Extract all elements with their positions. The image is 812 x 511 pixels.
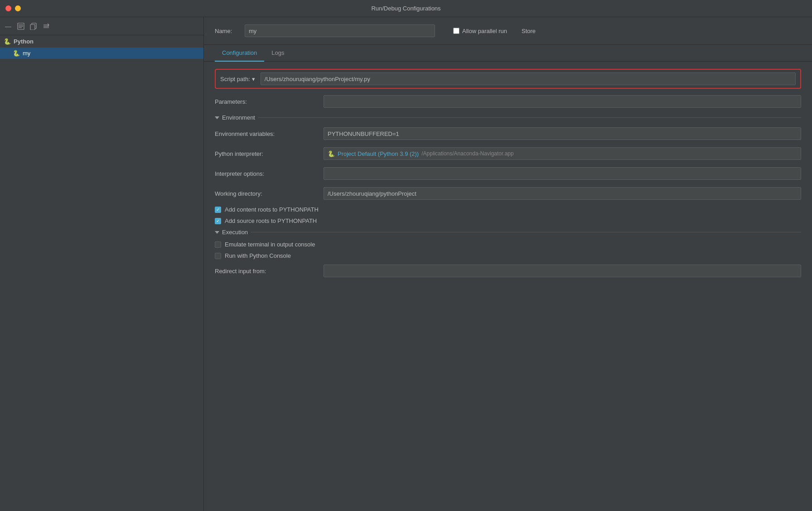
run-python-console-label: Run with Python Console xyxy=(225,252,291,259)
sort-icon[interactable] xyxy=(42,22,51,31)
sidebar: — xyxy=(0,17,204,511)
environment-chevron-icon xyxy=(215,116,219,119)
redirect-input-row: Redirect input from: xyxy=(215,264,801,278)
my-python-icon: 🐍 xyxy=(13,50,20,57)
script-path-input[interactable] xyxy=(261,72,796,85)
collapse-icon[interactable]: — xyxy=(4,22,13,31)
execution-chevron-icon xyxy=(215,231,219,234)
python-interpreter-label: Python interpreter: xyxy=(215,150,324,157)
emulate-terminal-checkbox[interactable] xyxy=(215,241,221,248)
add-content-roots-label: Add content roots to PYTHONPATH xyxy=(225,206,319,213)
config-panel: Name: Allow parallel run Store Configura… xyxy=(204,17,812,511)
tab-logs[interactable]: Logs xyxy=(264,45,291,62)
title-bar: Run/Debug Configurations xyxy=(0,0,812,17)
python-section-header[interactable]: 🐍 Python xyxy=(0,35,203,48)
window-controls[interactable] xyxy=(5,5,21,11)
script-path-dropdown[interactable]: ▾ xyxy=(252,76,255,82)
main-container: — xyxy=(0,17,812,511)
script-path-label: Script path: xyxy=(220,76,250,82)
config-tabs: Configuration Logs xyxy=(204,45,812,62)
emulate-terminal-label: Emulate terminal in output console xyxy=(225,241,315,248)
add-source-roots-label: Add source roots to PYTHONPATH xyxy=(225,217,317,224)
run-python-console-row: Run with Python Console xyxy=(215,252,801,259)
copy-icon[interactable] xyxy=(29,22,38,31)
interpreter-python-icon: 🐍 xyxy=(328,150,335,157)
redirect-input-label: Redirect input from: xyxy=(215,268,324,275)
env-vars-input[interactable] xyxy=(324,127,801,140)
config-header: Name: Allow parallel run Store xyxy=(204,17,812,45)
parameters-row: Parameters: xyxy=(215,94,801,109)
store-label: Store xyxy=(522,28,536,34)
add-source-roots-row: Add source roots to PYTHONPATH xyxy=(215,217,801,224)
add-content-roots-row: Add content roots to PYTHONPATH xyxy=(215,206,801,213)
sidebar-tree: 🐍 Python 🐍 my xyxy=(0,35,203,511)
interpreter-name: Project Default (Python 3.9 (2)) xyxy=(338,150,419,157)
add-content-roots-checkbox[interactable] xyxy=(215,207,221,213)
env-vars-row: Environment variables: xyxy=(215,126,801,141)
allow-parallel-run-checkbox[interactable] xyxy=(453,28,459,34)
window-title: Run/Debug Configurations xyxy=(371,5,440,12)
add-source-roots-checkbox[interactable] xyxy=(215,218,221,224)
interpreter-options-row: Interpreter options: xyxy=(215,166,801,181)
python-interpreter-field[interactable]: 🐍 Project Default (Python 3.9 (2)) /Appl… xyxy=(324,147,801,160)
working-directory-row: Working directory: xyxy=(215,186,801,201)
minimize-button[interactable] xyxy=(15,5,21,11)
redirect-input-input[interactable] xyxy=(324,265,801,277)
allow-parallel-run-label: Allow parallel run xyxy=(462,28,507,34)
script-path-row: Script path: ▾ xyxy=(215,69,801,89)
config-body: Script path: ▾ Parameters: Environment E… xyxy=(204,62,812,511)
working-directory-input[interactable] xyxy=(324,187,801,200)
python-interpreter-row: Python interpreter: 🐍 Project Default (P… xyxy=(215,146,801,161)
name-input[interactable] xyxy=(245,24,435,37)
svg-rect-5 xyxy=(30,24,35,30)
tab-configuration[interactable]: Configuration xyxy=(215,45,264,62)
sidebar-toolbar: — xyxy=(0,17,203,35)
emulate-terminal-row: Emulate terminal in output console xyxy=(215,241,801,248)
interpreter-path: /Applications/Anaconda-Navigator.app xyxy=(421,150,513,157)
run-python-console-checkbox[interactable] xyxy=(215,253,221,259)
name-label: Name: xyxy=(215,28,237,34)
sidebar-item-label: my xyxy=(23,50,30,57)
python-section-label: Python xyxy=(14,38,34,45)
env-vars-label: Environment variables: xyxy=(215,130,324,137)
execution-section-header[interactable]: Execution xyxy=(215,229,801,236)
working-directory-label: Working directory: xyxy=(215,190,324,197)
environment-label: Environment xyxy=(222,114,255,121)
parallel-run-area: Allow parallel run xyxy=(453,28,507,34)
interpreter-options-label: Interpreter options: xyxy=(215,170,324,177)
add-icon[interactable] xyxy=(16,22,25,31)
execution-divider xyxy=(251,232,801,232)
parameters-input[interactable] xyxy=(324,95,801,108)
close-button[interactable] xyxy=(5,5,11,11)
sidebar-item-my[interactable]: 🐍 my xyxy=(0,48,203,59)
parameters-label: Parameters: xyxy=(215,98,324,105)
execution-label: Execution xyxy=(222,229,248,236)
interpreter-options-input[interactable] xyxy=(324,167,801,180)
environment-divider xyxy=(258,117,801,118)
python-emoji-icon: 🐍 xyxy=(4,38,11,45)
environment-section-header[interactable]: Environment xyxy=(215,114,801,121)
